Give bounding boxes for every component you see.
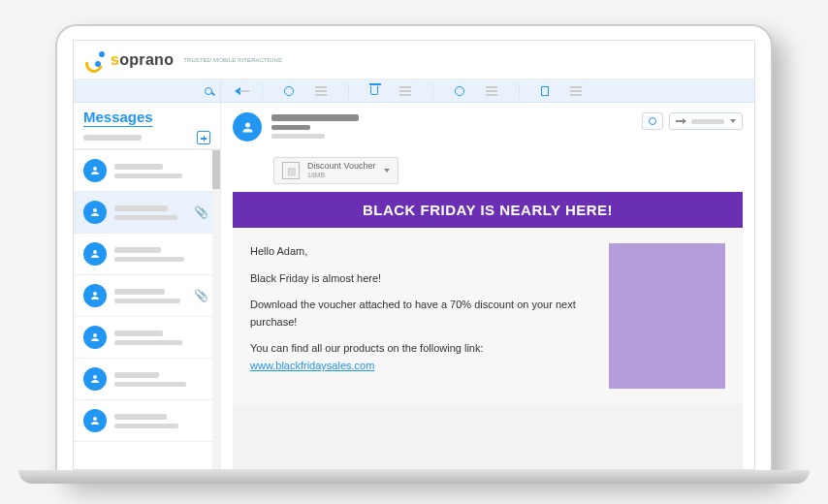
- attachment-card[interactable]: ▨ Discount Voucher 18MB: [273, 157, 398, 184]
- avatar: [83, 201, 107, 224]
- sender-meta-placeholder2: [271, 134, 325, 139]
- toolbar-btn-6[interactable]: [541, 86, 549, 96]
- sender-meta-placeholder: [271, 125, 310, 130]
- email-greeting: Hello Adam,: [250, 243, 593, 261]
- attachment-name: Discount Voucher: [307, 162, 376, 172]
- toolbar-search[interactable]: [74, 79, 221, 103]
- forward-button[interactable]: [669, 112, 743, 130]
- avatar: [83, 326, 107, 349]
- email-banner: BLACK FRIDAY IS NEARLY HERE!: [233, 192, 743, 228]
- chevron-down-icon: [730, 119, 736, 123]
- email-line: You can find all our products on the fol…: [250, 340, 593, 374]
- message-header: [221, 103, 754, 151]
- toolbar: [74, 79, 754, 103]
- divider: [519, 83, 520, 99]
- sender-avatar: [233, 112, 262, 142]
- delete-icon[interactable]: [370, 86, 378, 95]
- email-image-placeholder: [609, 243, 725, 389]
- avatar: [83, 367, 107, 391]
- email-link[interactable]: www.blackfridaysales.com: [250, 360, 374, 371]
- message-list-pane: Messages 📎: [74, 103, 221, 469]
- app-screen: soprano TRUSTED MOBILE INTERACTIONS: [73, 40, 755, 470]
- forward-icon: [676, 120, 685, 122]
- toolbar-btn-2[interactable]: [315, 90, 327, 92]
- back-icon[interactable]: [235, 87, 240, 95]
- brand-name: soprano: [111, 51, 174, 69]
- attachment-area: ▨ Discount Voucher 18MB: [273, 157, 754, 184]
- app-header: soprano TRUSTED MOBILE INTERACTIONS: [74, 41, 754, 79]
- main-area: Messages 📎: [74, 103, 754, 469]
- email-line: Download the voucher attached to have a …: [250, 297, 593, 331]
- avatar: [83, 409, 107, 432]
- message-row[interactable]: [74, 317, 220, 359]
- action-icon: [649, 117, 656, 125]
- toolbar-btn-4[interactable]: [455, 86, 464, 96]
- message-row[interactable]: [74, 400, 220, 442]
- avatar: [83, 242, 107, 266]
- avatar: [83, 159, 107, 182]
- toolbar-btn-3[interactable]: [399, 90, 411, 92]
- toolbar-btn-5[interactable]: [486, 90, 497, 92]
- compose-icon[interactable]: [197, 131, 210, 144]
- email-body: Hello Adam, Black Friday is almost here!…: [250, 243, 593, 385]
- attachment-icon: 📎: [194, 205, 208, 219]
- attachment-icon: 📎: [194, 289, 208, 302]
- message-row[interactable]: 📎: [74, 275, 220, 317]
- message-row[interactable]: [74, 234, 220, 275]
- email-line: Black Friday is almost here!: [250, 270, 593, 288]
- divider: [348, 83, 349, 99]
- brand-logo[interactable]: soprano TRUSTED MOBILE INTERACTIONS: [83, 49, 282, 71]
- logo-icon: [83, 49, 105, 71]
- message-row[interactable]: [74, 359, 220, 400]
- message-row[interactable]: [74, 150, 220, 192]
- message-row[interactable]: 📎: [74, 192, 220, 234]
- avatar: [83, 284, 107, 307]
- sender-name-placeholder: [271, 114, 359, 121]
- search-icon: [205, 87, 212, 95]
- toolbar-btn-7[interactable]: [570, 90, 582, 92]
- reading-pane: ▨ Discount Voucher 18MB BLACK FRIDAY IS …: [221, 103, 754, 469]
- header-action-1[interactable]: [642, 112, 663, 130]
- sidebar-subtitle-placeholder: [83, 135, 142, 141]
- message-list[interactable]: 📎 📎: [74, 149, 220, 469]
- brand-tagline: TRUSTED MOBILE INTERACTIONS: [183, 57, 282, 63]
- divider: [432, 83, 433, 99]
- sidebar-title[interactable]: Messages: [83, 109, 210, 125]
- toolbar-btn-1[interactable]: [284, 86, 294, 96]
- attachment-size: 18MB: [307, 172, 376, 179]
- image-icon: ▨: [282, 162, 300, 179]
- email-content: BLACK FRIDAY IS NEARLY HERE! Hello Adam,…: [233, 192, 743, 469]
- divider: [262, 83, 263, 99]
- laptop-frame: soprano TRUSTED MOBILE INTERACTIONS: [55, 24, 773, 480]
- chevron-down-icon[interactable]: [384, 169, 390, 173]
